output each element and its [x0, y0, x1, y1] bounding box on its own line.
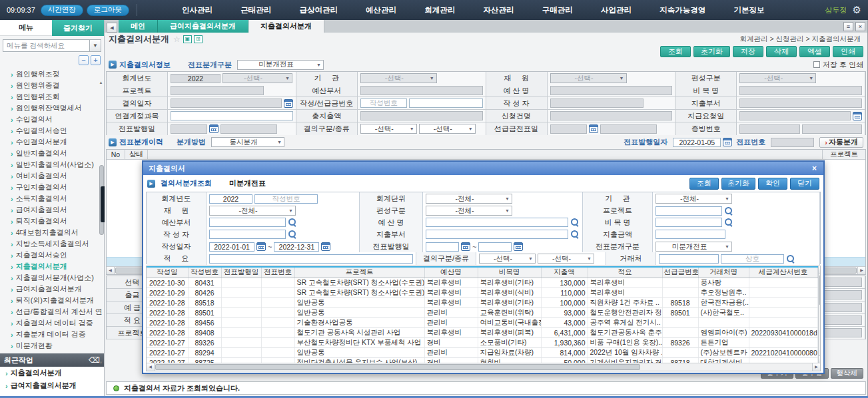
column-header[interactable]: 예산명 [424, 267, 478, 278]
calendar-icon[interactable] [461, 242, 470, 251]
table-row[interactable]: 2022-10-2788725정비단건축시설물 유지보수 사업(부산)경비협회비… [147, 357, 817, 363]
select-input[interactable]: -전체-▼ [655, 194, 732, 204]
collapse-all-button[interactable]: − [79, 55, 89, 65]
document-tab[interactable]: 지출결의서분개 [248, 20, 324, 33]
table-row[interactable]: 2022-10-2789294일반공통관리비지급임차료(차량)814,00020… [147, 347, 817, 357]
calendar-icon[interactable] [321, 242, 330, 251]
text-input[interactable] [171, 86, 264, 95]
text-input[interactable] [655, 230, 725, 239]
text-input[interactable] [802, 124, 862, 134]
slip-number-input[interactable] [771, 138, 814, 147]
sidebar-item[interactable]: ›여비지출결의서 [0, 170, 104, 182]
sidebar-item[interactable]: ›소득지출결의서 [0, 193, 104, 204]
column-header[interactable]: 전표번호 [261, 267, 294, 278]
journal-type-select[interactable]: 미분개전표 ▼ [237, 60, 324, 70]
text-input[interactable] [426, 218, 568, 227]
sidebar-item[interactable]: ›미분개현황 [0, 340, 104, 351]
sidebar-item[interactable]: ›선급/통합결의서 계산서 연 [0, 306, 104, 317]
extend-time-button[interactable]: 시간연장 [41, 5, 83, 16]
sidebar-collapse-handle[interactable] [101, 186, 105, 222]
modal-button-확인[interactable]: 확인 [758, 178, 787, 190]
select-input[interactable]: -선택-▼ [222, 73, 292, 83]
text-input[interactable] [739, 99, 862, 108]
topbar-menu-item[interactable]: 사업관리 [597, 3, 636, 18]
sidebar-item[interactable]: ›일반지출결의서(사업소) [0, 159, 104, 170]
topbar-menu-item[interactable]: 기본정보 [729, 3, 768, 18]
sidebar-item[interactable]: ›4대보험지출결의서 [0, 227, 104, 238]
text-input[interactable] [739, 124, 799, 134]
toolbar-button-인쇄[interactable]: 인쇄 [833, 46, 863, 57]
scroll-right-icon[interactable]: ▶ [812, 363, 820, 371]
modal-titlebar[interactable]: 지출결의서 × [143, 162, 823, 175]
table-row[interactable]: 2022-10-3080431SR 고속철도차량(SRT) 청소사업(수도권)복… [147, 278, 817, 288]
text-input[interactable] [600, 124, 657, 134]
column-header[interactable]: 비목명 [478, 267, 541, 278]
scroll-up-icon[interactable]: ▲ [819, 266, 821, 274]
journal-method-select[interactable]: 동시분개 ▼ [211, 137, 284, 147]
text-input[interactable] [478, 242, 512, 252]
text-input[interactable] [360, 86, 483, 95]
sidebar-item[interactable]: ›수입결의서승인 [0, 125, 104, 136]
sidebar-item[interactable]: ›급여지출결의서 [0, 204, 104, 216]
search-icon[interactable] [724, 206, 733, 216]
column-header[interactable]: 적요 [588, 267, 662, 278]
select-input[interactable]: -선택-▼ [479, 254, 536, 264]
topbar-menu-item[interactable]: 자산관리 [480, 3, 518, 18]
close-icon[interactable]: × [811, 164, 818, 173]
calendar-icon[interactable] [723, 138, 732, 146]
toolbar-button-삭제[interactable]: 삭제 [766, 46, 797, 57]
topbar-menu-item[interactable]: 예산관리 [362, 3, 400, 18]
text-input[interactable] [409, 99, 483, 108]
search-icon[interactable] [786, 254, 795, 264]
scroll-left-icon[interactable]: ◀ [147, 363, 155, 371]
text-input[interactable] [209, 218, 286, 227]
select-input[interactable]: -전체-▼ [209, 206, 296, 216]
text-input[interactable] [171, 111, 293, 120]
chevron-down-icon[interactable]: ▼ [89, 40, 101, 51]
text-input[interactable] [655, 218, 722, 227]
issue-date-input[interactable]: 2022-01-05 [673, 138, 721, 147]
select-input[interactable]: -선택-▼ [360, 73, 437, 83]
window-menu-icon[interactable]: ≡ [843, 22, 853, 31]
sidebar-item[interactable]: ›구입지출결의서 [0, 182, 104, 193]
table-row[interactable]: 2022-10-2789326부산철도차량정비단 KTX 부품세척 사업경비소모… [147, 337, 817, 347]
menu-search-input[interactable]: 메뉴를 검색하세요 ▼ [3, 39, 101, 52]
modal-button-조회[interactable]: 조회 [689, 178, 719, 190]
topbar-menu-item[interactable]: 지속가능경영 [655, 3, 709, 18]
sidebar-item[interactable]: ›수입결의서분개 [0, 136, 104, 148]
column-header[interactable]: 선급금번호 [662, 267, 698, 278]
text-input[interactable] [209, 230, 286, 239]
text-input[interactable] [550, 111, 673, 120]
select-input[interactable]: -선택-▼ [538, 254, 594, 264]
toolbar-button-저장[interactable]: 저장 [733, 46, 763, 57]
select-input[interactable]: -전체-▼ [426, 194, 512, 204]
calendar-icon[interactable] [853, 112, 862, 120]
checkbox-icon[interactable] [813, 61, 820, 68]
text-input[interactable]: 2022-01-01 [209, 242, 254, 252]
select-input[interactable]: -선택-▼ [739, 73, 816, 83]
topbar-menu-item[interactable]: 회계관리 [420, 3, 459, 18]
tab-scroll-left-icon[interactable]: ◀ [107, 23, 117, 33]
sidebar-item[interactable]: ›퇴직(외)지출결의서분개 [0, 295, 104, 306]
scroll-left-icon[interactable]: ◀ [107, 267, 115, 274]
sidebar-item[interactable]: ›원인행위잔액명세서 [0, 102, 104, 114]
scroll-down-icon[interactable]: ▼ [819, 355, 821, 363]
search-icon[interactable] [724, 218, 733, 227]
sidebar-item[interactable]: ›원인행위조회 [0, 91, 104, 102]
calendar-icon[interactable] [589, 124, 598, 133]
column-header[interactable]: 거래처명 [698, 267, 749, 278]
text-input[interactable]: 작성번호 [254, 194, 318, 204]
table-row[interactable]: 2022-10-2889408철도기관 공동사옥 시설관리 사업복리후생비복리후… [147, 327, 817, 337]
sidebar-item[interactable]: ›퇴직지출결의서 [0, 216, 104, 227]
text-input[interactable]: 2022 [171, 74, 220, 83]
text-input[interactable] [655, 206, 722, 216]
text-input[interactable] [659, 254, 719, 264]
column-header[interactable]: 프로젝트 [294, 267, 424, 278]
modal-button-닫기[interactable]: 닫기 [790, 178, 819, 190]
vertical-scrollbar[interactable]: ▲ ▼ [818, 266, 821, 363]
sidebar-item[interactable]: ›원인행위종결 [0, 80, 104, 91]
search-icon[interactable] [288, 218, 297, 227]
select-input[interactable]: -선택-▼ [419, 124, 476, 134]
column-header[interactable]: 작성번호 [188, 267, 221, 278]
text-input[interactable] [209, 254, 413, 264]
